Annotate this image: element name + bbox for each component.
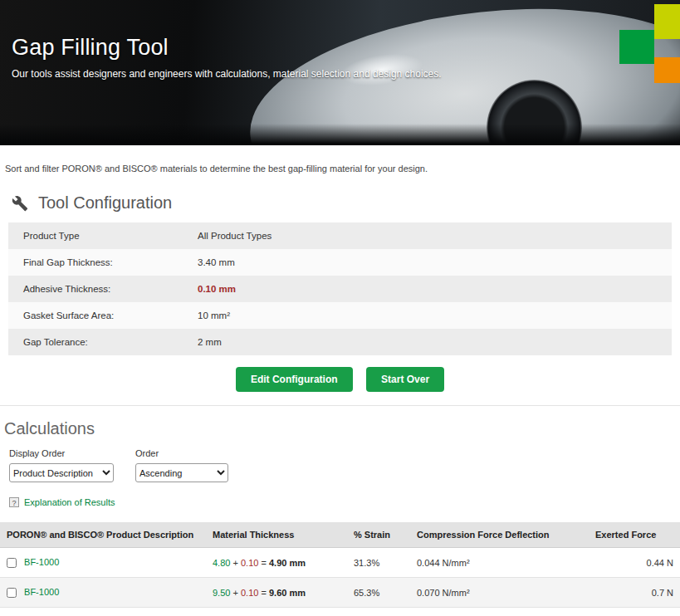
tool-configuration-section: Tool Configuration Product Type All Prod… <box>8 193 672 392</box>
table-row: BF-1000 9.50 + 0.10 = 9.60 mm 65.3% 0.07… <box>0 578 680 608</box>
page-title: Gap Filling Tool <box>12 35 442 61</box>
order-select[interactable]: Ascending <box>135 463 228 482</box>
decor-square-lime <box>654 4 680 39</box>
hero-shadow <box>0 124 680 145</box>
plus-symbol: + <box>232 558 237 568</box>
display-order-filter: Display Order Product Description <box>9 448 114 482</box>
calculations-section: Calculations Display Order Product Descr… <box>0 405 680 509</box>
strain-value: 31.3% <box>347 548 410 578</box>
config-title: Tool Configuration <box>38 193 172 213</box>
display-order-label: Display Order <box>9 448 114 458</box>
cfd-value: 0.070 N/mm² <box>410 578 589 608</box>
equals-symbol: = <box>261 558 266 568</box>
header-compression-force-deflection: Compression Force Deflection <box>410 522 589 548</box>
config-rows: Product Type All Product Types Final Gap… <box>8 222 672 355</box>
thickness-total: 9.60 mm <box>269 588 306 598</box>
row-checkbox[interactable] <box>7 558 17 568</box>
thickness-base: 4.80 <box>213 558 230 568</box>
plus-symbol: + <box>232 588 237 598</box>
config-row-gap-tolerance: Gap Tolerance: 2 mm <box>8 329 672 355</box>
config-label: Gap Tolerance: <box>23 337 198 347</box>
config-value: 10 mm² <box>198 310 230 320</box>
row-checkbox[interactable] <box>7 588 17 598</box>
explanation-link-label: Explanation of Results <box>24 497 115 507</box>
config-label: Product Type <box>23 231 198 241</box>
order-filter: Order Ascending <box>135 448 228 482</box>
header-exerted-force: Exerted Force <box>589 522 680 548</box>
strain-value: 74.0% <box>347 608 410 616</box>
config-row-final-gap-thickness: Final Gap Thickness: 3.40 mm <box>8 249 672 276</box>
product-link[interactable]: BF-1000 <box>24 557 59 567</box>
intro-text: Sort and filter PORON® and BISCO® materi… <box>5 164 680 174</box>
product-link[interactable]: BF-1000 <box>24 587 59 597</box>
thickness-adhesive: 0.10 <box>241 588 258 598</box>
config-value-adhesive: 0.10 mm <box>198 284 236 294</box>
question-icon: ? <box>9 497 19 507</box>
thickness-base: 9.50 <box>213 588 230 598</box>
config-row-gasket-surface-area: Gasket Surface Area: 10 mm² <box>8 302 672 329</box>
config-value: 2 mm <box>198 337 222 347</box>
config-label: Adhesive Thickness: <box>23 284 198 294</box>
header-product-description: PORON® and BISCO® Product Description <box>0 522 206 548</box>
cfd-value: 0.140 N/mm² <box>410 608 589 616</box>
exerted-force-value: 1.4 N <box>589 608 680 616</box>
start-over-button[interactable]: Start Over <box>366 367 444 392</box>
strain-value: 65.3% <box>347 578 410 608</box>
thickness-total: 4.90 mm <box>269 558 306 568</box>
page-subtitle: Our tools assist designers and engineers… <box>12 68 442 80</box>
config-value: 3.40 mm <box>198 257 235 267</box>
equals-symbol: = <box>261 588 266 598</box>
table-row: BF-1000 12.70 + 0.10 = 12.80 mm 74.0% 0.… <box>0 608 680 616</box>
header-material-thickness: Material Thickness <box>206 522 347 548</box>
config-label: Gasket Surface Area: <box>23 310 198 320</box>
thickness-adhesive: 0.10 <box>241 558 258 568</box>
explanation-of-results-link[interactable]: ? Explanation of Results <box>9 497 115 507</box>
hero-banner: Gap Filling Tool Our tools assist design… <box>0 0 680 145</box>
decor-square-green <box>619 30 654 64</box>
display-order-select[interactable]: Product Description <box>9 463 114 482</box>
exerted-force-value: 0.7 N <box>589 578 680 608</box>
config-value: All Product Types <box>198 231 272 241</box>
header-strain: % Strain <box>347 522 410 548</box>
config-label: Final Gap Thickness: <box>23 257 198 267</box>
config-row-adhesive-thickness: Adhesive Thickness: 0.10 mm <box>8 276 672 302</box>
table-row: BF-1000 4.80 + 0.10 = 4.90 mm 31.3% 0.04… <box>0 548 680 578</box>
cfd-value: 0.044 N/mm² <box>410 548 589 578</box>
wrench-icon <box>12 195 28 212</box>
exerted-force-value: 0.44 N <box>589 548 680 578</box>
order-label: Order <box>135 448 228 458</box>
results-table: PORON® and BISCO® Product Description Ma… <box>0 522 680 616</box>
config-row-product-type: Product Type All Product Types <box>8 222 672 249</box>
edit-configuration-button[interactable]: Edit Configuration <box>236 367 353 392</box>
decor-square-orange <box>654 57 680 83</box>
calculations-title: Calculations <box>4 419 680 438</box>
table-header-row: PORON® and BISCO® Product Description Ma… <box>0 522 680 548</box>
